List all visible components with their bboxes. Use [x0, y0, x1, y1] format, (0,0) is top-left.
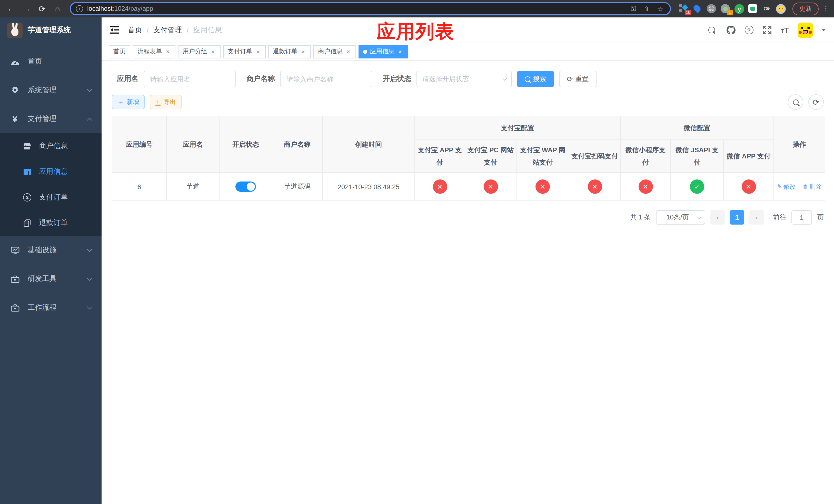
sidebar-item-merchant-info[interactable]: 商户信息 — [0, 133, 102, 159]
extension-badge: 10 — [685, 10, 692, 15]
close-icon[interactable]: × — [345, 48, 351, 55]
goto-label: 前往 — [773, 213, 786, 222]
column-header-wechat-app: 微信 APP 支付 — [723, 140, 774, 173]
password-key-icon[interactable]: ⚿ — [629, 5, 638, 13]
fullscreen-icon[interactable] — [762, 25, 772, 35]
extension-chat-icon[interactable] — [748, 4, 758, 13]
url-text[interactable]: localhost:1024/pay/app — [87, 5, 625, 12]
site-info-icon[interactable]: i — [76, 5, 83, 12]
sidebar-item-pay-orders[interactable]: ¥ 支付订单 — [0, 185, 102, 210]
sidebar-item-infra[interactable]: 基础设施 — [0, 236, 102, 265]
profile-emoji-icon[interactable] — [776, 4, 785, 13]
sidebar-item-refund-orders[interactable]: 退款订单 — [0, 210, 102, 236]
sidebar-item-system[interactable]: 系统管理 — [0, 76, 102, 105]
reset-button[interactable]: ⟳ 重置 — [559, 71, 596, 87]
goto-page-input[interactable] — [791, 210, 812, 225]
sidebar-item-payment[interactable]: ¥ 支付管理 — [0, 105, 102, 133]
close-icon[interactable]: × — [210, 48, 216, 55]
refresh-icon: ⟳ — [567, 75, 573, 83]
bookmark-star-icon[interactable]: ☆ — [656, 5, 665, 13]
extensions-puzzle-icon[interactable]: ⚩ — [762, 4, 771, 13]
extension-y-icon[interactable]: y — [734, 4, 744, 13]
briefcase-icon — [10, 304, 20, 312]
page-size-select[interactable]: 10条/页 — [656, 210, 705, 225]
gear-icon — [10, 86, 20, 94]
yen-circle-icon: ¥ — [23, 193, 32, 202]
sidebar-item-label: 应用信息 — [39, 167, 68, 176]
extension-badge: 1 — [727, 10, 733, 15]
address-bar[interactable]: i localhost:1024/pay/app ⚿ ⇧ ☆ — [70, 2, 671, 15]
extension-icons: 10 ⌘ 1 y ⚩ — [677, 4, 787, 13]
browser-window: ← → ⟳ ⌂ i localhost:1024/pay/app ⚿ ⇧ ☆ 1… — [0, 0, 834, 504]
enable-switch[interactable] — [236, 182, 256, 192]
page-number-button[interactable]: 1 — [730, 210, 744, 225]
edit-link[interactable]: 修改 — [777, 183, 795, 190]
close-icon[interactable]: × — [164, 48, 171, 55]
page-annotation-title: 应用列表 — [349, 19, 482, 45]
close-icon[interactable]: × — [255, 48, 261, 55]
sidebar-item-app-info[interactable]: 应用信息 — [0, 159, 102, 185]
tab-app-info[interactable]: 应用信息× — [358, 45, 408, 58]
sidebar-item-dev-tools[interactable]: 研发工具 — [0, 265, 102, 293]
toggle-search-button[interactable] — [788, 94, 803, 110]
tab-home[interactable]: 首页 — [109, 45, 130, 58]
export-button[interactable]: 导出 — [150, 95, 181, 109]
chrome-menu-icon[interactable]: ⋮ — [822, 7, 829, 11]
tab-process-form[interactable]: 流程表单× — [133, 45, 175, 58]
add-button[interactable]: ＋ 新增 — [112, 95, 145, 109]
app-name-input[interactable] — [144, 71, 236, 87]
github-icon[interactable] — [725, 25, 736, 35]
chrome-update-button[interactable]: 更新 — [792, 2, 819, 15]
sidebar-item-label: 退款订单 — [39, 219, 68, 228]
tab-refund-orders[interactable]: 退款订单× — [268, 45, 311, 58]
merchant-name-input[interactable] — [280, 71, 372, 87]
next-page-button[interactable]: › — [749, 210, 764, 225]
merchant-name-label: 商户名称 — [246, 74, 275, 84]
chevron-down-icon — [87, 276, 92, 281]
cell-merchant: 芋道源码 — [272, 173, 322, 201]
toolbox-icon — [10, 275, 20, 283]
app-logo[interactable]: 芋道管理系统 — [0, 18, 102, 43]
app-name-label: 应用名 — [117, 74, 138, 84]
total-count: 共 1 条 — [630, 213, 651, 222]
logo-rabbit-image — [7, 23, 23, 38]
column-header-wechat-mini: 微信小程序支付 — [620, 140, 671, 173]
tab-merchant-info[interactable]: 商户信息× — [313, 45, 356, 58]
reload-button[interactable]: ⟳ — [36, 3, 48, 15]
sidebar-item-home[interactable]: 首页 — [0, 47, 102, 76]
font-size-icon[interactable]: TT — [781, 26, 789, 35]
delete-link[interactable]: 删除 — [803, 183, 822, 190]
status-select[interactable]: 请选择开启状态 — [416, 71, 512, 87]
breadcrumb-item[interactable]: 支付管理 — [153, 25, 182, 35]
search-icon[interactable] — [706, 25, 717, 35]
forward-button[interactable]: → — [21, 3, 33, 15]
filter-form: 应用名 商户名称 开启状态 请选择开启状态 搜索 ⟳ 重置 — [112, 71, 824, 87]
extension-command-icon[interactable]: ⌘ — [707, 4, 716, 13]
sidebar-item-label: 首页 — [28, 57, 91, 66]
extension-recorder-icon[interactable]: 1 — [721, 4, 730, 13]
back-button[interactable]: ← — [5, 3, 18, 15]
tab-user-group[interactable]: 用户分组× — [178, 45, 221, 58]
share-icon[interactable]: ⇧ — [642, 5, 652, 13]
prev-page-button[interactable]: ‹ — [710, 210, 725, 225]
user-menu-caret-icon[interactable] — [822, 29, 826, 33]
chevron-down-icon — [87, 87, 92, 92]
help-icon[interactable]: ? — [745, 26, 753, 35]
close-icon[interactable]: × — [300, 48, 306, 55]
sidebar-item-label: 工作流程 — [28, 303, 80, 312]
tab-pay-orders[interactable]: 支付订单× — [223, 45, 266, 58]
sidebar-collapse-icon[interactable] — [110, 26, 119, 35]
column-header-app-id: 应用编号 — [112, 116, 167, 173]
user-avatar[interactable] — [797, 22, 813, 38]
monitor-chart-icon — [10, 246, 20, 254]
sidebar-item-workflow[interactable]: 工作流程 — [0, 293, 102, 322]
refresh-table-button[interactable]: ⟳ — [808, 94, 824, 110]
extension-sketch-icon[interactable]: 10 — [679, 4, 688, 13]
extension-pin-icon[interactable] — [693, 4, 702, 13]
alipay-wap-status-icon — [535, 180, 550, 194]
breadcrumb-item[interactable]: 首页 — [128, 25, 142, 35]
home-button[interactable]: ⌂ — [51, 3, 64, 15]
search-button[interactable]: 搜索 — [517, 71, 554, 87]
wechat-app-status-icon — [741, 180, 756, 194]
close-icon[interactable]: × — [397, 48, 403, 55]
